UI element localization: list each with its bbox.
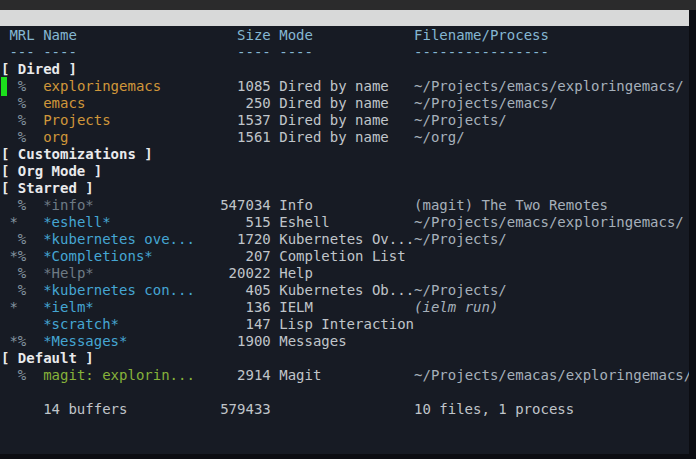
summary-total-size: 579433 [220, 401, 271, 417]
group-label: [ Default ] [1, 350, 94, 366]
desktop-strip [0, 0, 696, 10]
buffer-file: ~/Projects/ [414, 231, 507, 247]
window-border-bottom [0, 454, 696, 459]
buffer-row[interactable]: % emacs 250 Dired by name ~/Projects/ema… [1, 95, 688, 112]
buffer-marker: % [9, 112, 34, 128]
buffer-size: 515 [245, 214, 270, 230]
group-header-row[interactable]: [ Default ] [1, 350, 688, 367]
buffer-marker: *% [9, 248, 34, 264]
buffer-file: ~/org/ [414, 129, 465, 145]
buffer-size: 1720 [237, 231, 271, 247]
buffer-name[interactable]: *kubernetes con... [43, 282, 195, 298]
buffer-size: 207 [245, 248, 270, 264]
group-header-row[interactable]: [ Dired ] [1, 61, 688, 78]
buffer-name[interactable]: magit: explorin... [43, 367, 195, 383]
buffer-size: 147 [245, 316, 270, 332]
buffer-size: 1537 [237, 112, 271, 128]
buffer-mode: Magit [279, 367, 321, 383]
buffer-row[interactable]: % magit: explorin... 2914 Magit ~/Projec… [1, 367, 688, 384]
buffer-size: 2914 [237, 367, 271, 383]
terminal-cursor [1, 77, 7, 96]
group-header-row[interactable]: [ Customizations ] [1, 146, 688, 163]
col-size: Size [237, 27, 271, 43]
buffer-row[interactable]: % *kubernetes con... 405 Kubernetes Ob..… [1, 282, 688, 299]
buffer-file: ~/Projects/emacs/exploringemacs/ [414, 78, 684, 94]
buffer-row[interactable]: *scratch* 147 Lisp Interaction [1, 316, 688, 333]
group-label: [ Org Mode ] [1, 163, 102, 179]
buffer-file: ~/Projects/ [414, 282, 507, 298]
buffer-name[interactable]: Projects [43, 112, 110, 128]
column-headers-row: MRL Name Size Mode Filename/Process [1, 27, 688, 44]
header-underline-row: --- ---- ---- ---- ---------------- [1, 44, 688, 61]
group-label: [ Dired ] [1, 61, 77, 77]
buffer-name[interactable]: emacs [43, 95, 85, 111]
buffer-file: (magit) The Two Remotes [414, 197, 608, 213]
buffer-name[interactable]: exploringemacs [43, 78, 161, 94]
buffer-size: 1561 [237, 129, 271, 145]
emacs-frame: MRL Name Size Mode Filename/Process --- … [0, 0, 696, 459]
buffer-size: 1085 [237, 78, 271, 94]
col-file: ---------------- [414, 44, 549, 60]
buffer-file: ~/Projects/emacs/exploringemacs/ [414, 214, 684, 230]
buffer-file: ~/Projects/ [414, 112, 507, 128]
col-mode: Mode [279, 27, 313, 43]
buffer-name[interactable]: *kubernetes ove... [43, 231, 195, 247]
buffer-size: 20022 [229, 265, 271, 281]
buffer-mode: Info [279, 197, 313, 213]
group-header-row[interactable]: [ Starred ] [1, 180, 688, 197]
buffer-mode: Help [279, 265, 313, 281]
buffer-row[interactable]: % Projects 1537 Dired by name ~/Projects… [1, 112, 688, 129]
buffer-name[interactable]: *info* [43, 197, 94, 213]
group-label: [ Starred ] [1, 180, 94, 196]
buffer-name[interactable]: *ielm* [43, 299, 94, 315]
buffer-row[interactable]: % org 1561 Dired by name ~/org/ [1, 129, 688, 146]
blank-row [1, 384, 688, 401]
buffer-list: MRL Name Size Mode Filename/Process --- … [1, 27, 688, 459]
buffer-mode: Completion List [279, 248, 405, 264]
buffer-row[interactable]: *% *Completions* 207 Completion List [1, 248, 688, 265]
buffer-name[interactable]: *Completions* [43, 248, 153, 264]
buffer-marker: *% [9, 333, 34, 349]
buffer-marker: % [9, 78, 34, 94]
buffer-mode: Eshell [279, 214, 330, 230]
buffer-size: 136 [245, 299, 270, 315]
col-mode: ---- [279, 44, 313, 60]
summary-buffer-count: 14 buffers [43, 401, 127, 417]
buffer-mode: Lisp Interaction [279, 316, 414, 332]
group-header-row[interactable]: [ Org Mode ] [1, 163, 688, 180]
buffer-file: ~/Projects/emacs/ [414, 95, 557, 111]
buffer-row[interactable]: % exploringemacs 1085 Dired by name ~/Pr… [1, 78, 688, 95]
buffer-mode: Kubernetes Ob... [279, 282, 414, 298]
buffer-row[interactable]: * *eshell* 515 Eshell ~/Projects/emacs/e… [1, 214, 688, 231]
col-size: ---- [237, 44, 271, 60]
buffer-mode: Dired by name [279, 95, 389, 111]
buffer-marker: % [9, 129, 34, 145]
buffer-name[interactable]: *Messages* [43, 333, 127, 349]
buffer-row[interactable]: % *kubernetes ove... 1720 Kubernetes Ov.… [1, 231, 688, 248]
buffer-row[interactable]: * *ielm* 136 IELM (ielm run) [1, 299, 688, 316]
buffer-size: 250 [245, 95, 270, 111]
buffer-row[interactable]: % *info* 547034 Info (magit) The Two Rem… [1, 197, 688, 214]
window-titlebar[interactable] [0, 10, 689, 26]
buffer-name[interactable]: *eshell* [43, 214, 110, 230]
summary-row: 14 buffers 579433 10 files, 1 process [1, 401, 688, 418]
col-file: Filename/Process [414, 27, 549, 43]
buffer-marker: % [9, 231, 34, 247]
buffer-marker: % [9, 282, 34, 298]
group-label: [ Customizations ] [1, 146, 153, 162]
buffer-marker: % [9, 367, 34, 383]
buffer-file: ~/Projects/emacas/exploringemacs/ [414, 367, 692, 383]
buffer-file: (ielm run) [414, 299, 498, 315]
buffer-size: 405 [245, 282, 270, 298]
buffer-name[interactable]: org [43, 129, 68, 145]
buffer-mode: Messages [279, 333, 346, 349]
buffer-mode: Kubernetes Ov... [279, 231, 414, 247]
buffer-size: 547034 [220, 197, 271, 213]
buffer-name[interactable]: *scratch* [43, 316, 119, 332]
buffer-row[interactable]: *% *Messages* 1900 Messages [1, 333, 688, 350]
buffer-marker: % [9, 197, 34, 213]
buffer-marker: * [9, 299, 34, 315]
buffer-name[interactable]: *Help* [43, 265, 94, 281]
buffer-row[interactable]: % *Help* 20022 Help [1, 265, 688, 282]
buffer-mode: Dired by name [279, 78, 389, 94]
